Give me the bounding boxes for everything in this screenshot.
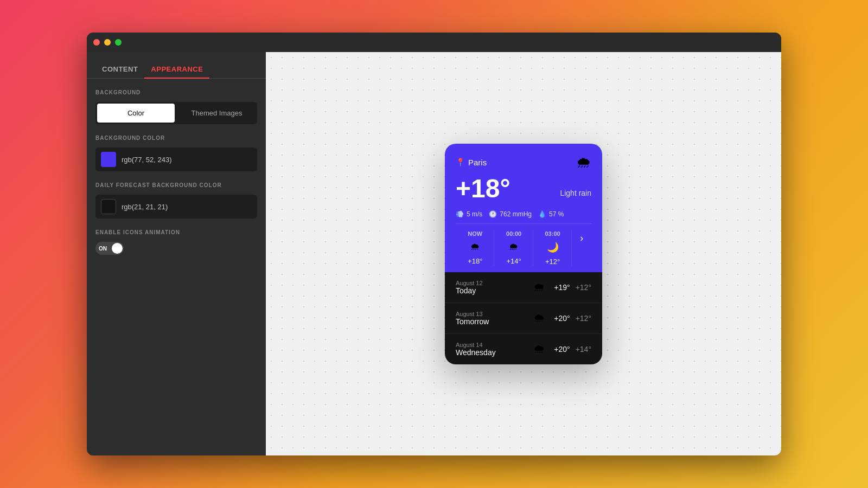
hourly-nav-col: ›: [572, 230, 591, 266]
forecast-row-0: August 12 Today 🌧 +19° +12°: [445, 272, 602, 303]
forecast-temps-1: +20° +12°: [554, 314, 591, 323]
sidebar: CONTENT APPEARANCE BACKGROUND Color Them…: [87, 52, 266, 455]
bg-color-picker[interactable]: rgb(77, 52, 243): [95, 147, 257, 171]
weather-description: Light rain: [560, 189, 591, 202]
switch-knob: [112, 243, 123, 254]
wind-icon: 💨: [456, 210, 464, 218]
weather-bottom: August 12 Today 🌧 +19° +12° August 13 To…: [445, 272, 602, 364]
hourly-icon-2: 🌙: [547, 241, 559, 253]
hourly-icon-1: 🌧: [509, 241, 519, 253]
weather-top: 📍 Paris 🌧 +18° Light rain 💨 5 m/s: [445, 144, 602, 272]
background-toggle-group: Color Themed Images: [95, 102, 257, 124]
background-section: BACKGROUND Color Themed Images: [87, 79, 266, 135]
hourly-scroll: NOW 🌧 +18° 00:00 🌧 +14° 03:00 🌙 +: [456, 223, 591, 272]
forecast-day-2: Wednesday: [456, 348, 525, 357]
weather-temperature: +18°: [456, 176, 510, 202]
forecast-day-0: Today: [456, 286, 525, 295]
hourly-time-1: 00:00: [506, 230, 521, 237]
animation-section: ENABLE ICONS ANIMATION ON: [87, 229, 266, 266]
daily-color-swatch: [101, 199, 116, 214]
bg-color-value: rgb(77, 52, 243): [122, 156, 172, 164]
hourly-col-2: 03:00 🌙 +12°: [533, 230, 572, 266]
hourly-col-0: NOW 🌧 +18°: [456, 230, 494, 266]
forecast-high-0: +19°: [554, 283, 570, 292]
forecast-temps-2: +20° +14°: [554, 345, 591, 354]
pressure-value: 762 mmHg: [500, 210, 532, 218]
minimize-button[interactable]: [104, 39, 111, 46]
weather-city: Paris: [468, 158, 487, 167]
hourly-temp-1: +14°: [507, 257, 521, 265]
daily-color-label: DAILY FORECAST BACKGROUND COLOR: [95, 182, 257, 188]
forecast-date-group-2: August 14 Wednesday: [456, 342, 525, 357]
background-label: BACKGROUND: [95, 89, 257, 95]
maximize-button[interactable]: [115, 39, 122, 46]
weather-main-icon: 🌧: [576, 153, 591, 171]
tab-bar: CONTENT APPEARANCE: [87, 52, 266, 79]
hourly-next-button[interactable]: ›: [580, 230, 583, 244]
pressure-icon: 🕐: [489, 210, 497, 218]
forecast-icon-0: 🌧: [533, 280, 545, 294]
main-content: CONTENT APPEARANCE BACKGROUND Color Them…: [87, 52, 781, 455]
forecast-high-1: +20°: [554, 314, 570, 323]
humidity-value: 57 %: [549, 210, 564, 218]
animation-toggle-row: ON: [95, 242, 257, 255]
title-bar: [87, 33, 781, 52]
forecast-temps-0: +19° +12°: [554, 283, 591, 292]
forecast-low-2: +14°: [576, 345, 591, 354]
weather-location: 📍 Paris: [456, 158, 487, 167]
weather-pressure: 🕐 762 mmHg: [489, 210, 532, 218]
traffic-lights: [93, 39, 122, 46]
humidity-icon: 💧: [538, 210, 546, 218]
bg-color-label: BACKGROUND COLOR: [95, 135, 257, 141]
tab-content[interactable]: CONTENT: [95, 61, 144, 79]
forecast-date-group-0: August 12 Today: [456, 280, 525, 295]
canvas-area: 📍 Paris 🌧 +18° Light rain 💨 5 m/s: [266, 52, 781, 455]
location-icon: 📍: [456, 158, 465, 166]
hourly-col-1: 00:00 🌧 +14°: [494, 230, 533, 266]
hourly-temp-0: +18°: [468, 257, 482, 265]
weather-wind: 💨 5 m/s: [456, 210, 482, 218]
weather-widget: 📍 Paris 🌧 +18° Light rain 💨 5 m/s: [445, 144, 602, 364]
forecast-day-1: Tomorrow: [456, 317, 525, 326]
hourly-time-0: NOW: [468, 230, 482, 237]
forecast-date-2: August 14: [456, 342, 525, 348]
themed-images-toggle-button[interactable]: Themed Images: [178, 104, 256, 123]
forecast-row-2: August 14 Wednesday 🌧 +20° +14°: [445, 334, 602, 364]
bg-color-swatch: [101, 152, 116, 167]
weather-temp-row: +18° Light rain: [456, 176, 591, 202]
forecast-date-group-1: August 13 Tomorrow: [456, 311, 525, 326]
hourly-temp-2: +12°: [545, 258, 560, 266]
animation-switch[interactable]: ON: [95, 242, 124, 255]
weather-stats-row: 💨 5 m/s 🕐 762 mmHg 💧 57 %: [456, 210, 591, 218]
color-toggle-button[interactable]: Color: [97, 104, 175, 123]
weather-humidity: 💧 57 %: [538, 210, 564, 218]
forecast-low-0: +12°: [576, 283, 591, 292]
hourly-time-2: 03:00: [545, 230, 560, 237]
forecast-icon-1: 🌧: [533, 311, 545, 325]
daily-color-value: rgb(21, 21, 21): [122, 203, 168, 211]
forecast-date-1: August 13: [456, 311, 525, 317]
wind-value: 5 m/s: [467, 210, 482, 218]
close-button[interactable]: [93, 39, 100, 46]
bg-color-section: BACKGROUND COLOR rgb(77, 52, 243): [87, 135, 266, 182]
switch-on-label: ON: [97, 246, 107, 252]
daily-color-section: DAILY FORECAST BACKGROUND COLOR rgb(21, …: [87, 182, 266, 229]
weather-location-row: 📍 Paris 🌧: [456, 153, 591, 171]
app-window: CONTENT APPEARANCE BACKGROUND Color Them…: [87, 33, 781, 455]
forecast-date-0: August 12: [456, 280, 525, 286]
forecast-low-1: +12°: [576, 314, 591, 323]
forecast-high-2: +20°: [554, 345, 570, 354]
daily-color-picker[interactable]: rgb(21, 21, 21): [95, 195, 257, 219]
tab-appearance[interactable]: APPEARANCE: [144, 61, 209, 79]
hourly-icon-0: 🌧: [470, 241, 480, 253]
forecast-icon-2: 🌧: [533, 342, 545, 356]
forecast-row-1: August 13 Tomorrow 🌧 +20° +12°: [445, 303, 602, 334]
animation-label: ENABLE ICONS ANIMATION: [95, 229, 257, 235]
